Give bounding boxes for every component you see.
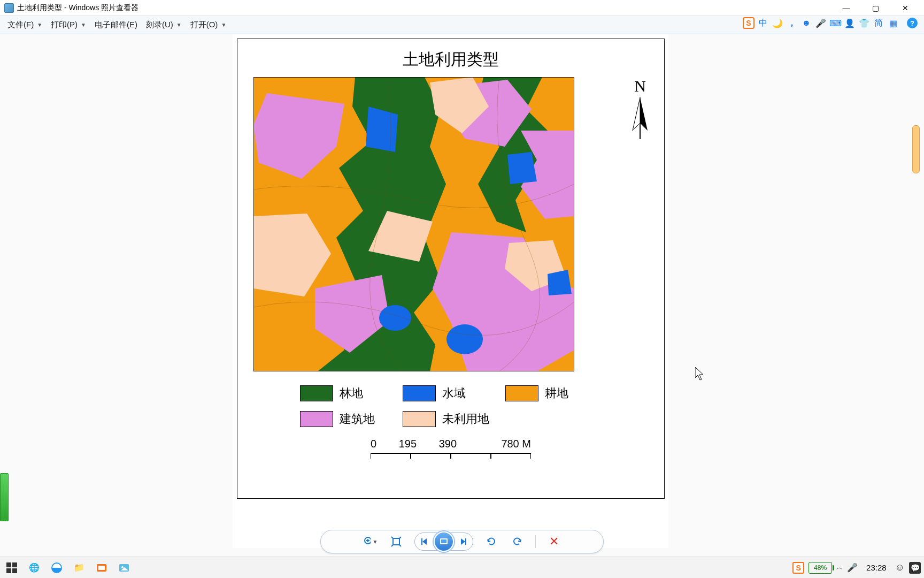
notification-center-icon[interactable]: 💬 <box>909 562 921 574</box>
clock[interactable]: 23:28 <box>866 563 887 572</box>
svg-rect-27 <box>6 568 11 573</box>
svg-marker-18 <box>422 538 427 545</box>
menu-email[interactable]: 电子邮件(E) <box>91 19 141 31</box>
legend-label: 水域 <box>442 385 466 401</box>
fit-button[interactable] <box>389 534 404 549</box>
menu-open[interactable]: 打开(O)▼ <box>187 19 230 31</box>
legend-label: 林地 <box>340 385 363 401</box>
svg-rect-26 <box>12 562 17 567</box>
zoom-button[interactable]: ▼ <box>363 534 378 549</box>
skin-icon[interactable]: 👕 <box>858 17 870 29</box>
ime-jian-icon[interactable]: 简 <box>873 17 884 29</box>
punct-icon[interactable]: ， <box>786 17 798 29</box>
help-icon[interactable]: ? <box>907 18 918 28</box>
swatch-water <box>403 385 436 401</box>
menu-file-label: 文件(F) <box>7 20 34 30</box>
battery-label: 48% <box>814 564 827 572</box>
menu-print[interactable]: 打印(P)▼ <box>48 19 89 31</box>
scale-tick: 195 <box>399 438 417 450</box>
legend-item-water: 水域 <box>403 385 499 401</box>
svg-rect-19 <box>421 538 422 545</box>
prev-button[interactable] <box>419 534 430 549</box>
delete-button[interactable]: ✕ <box>546 534 561 549</box>
photo-viewer-content: 土地利用类型 <box>0 34 924 557</box>
svg-rect-25 <box>6 562 11 567</box>
tray-mic-icon[interactable]: 🎤 <box>847 562 858 573</box>
dropdown-arrow-icon: ▼ <box>373 539 378 545</box>
svg-rect-31 <box>98 566 105 570</box>
system-tray: S 48% ︿ 🎤 23:28 ☺ 💬 <box>792 562 921 574</box>
scale-tick: 0 <box>371 438 376 450</box>
tray-chevron-up-icon[interactable]: ︿ <box>836 563 843 572</box>
menu-burn-label: 刻录(U) <box>146 20 173 30</box>
north-arrow: N <box>629 77 651 141</box>
svg-point-2 <box>446 324 483 354</box>
map-title: 土地利用类型 <box>403 49 499 71</box>
mouse-cursor-icon <box>695 367 706 381</box>
mic-icon[interactable]: 🎤 <box>815 17 827 29</box>
next-button[interactable] <box>458 534 468 549</box>
dropdown-arrow-icon: ▼ <box>221 22 226 28</box>
slideshow-button[interactable] <box>434 531 454 552</box>
keyboard-icon[interactable]: ⌨ <box>829 17 841 29</box>
menu-file[interactable]: 文件(F)▼ <box>4 19 45 31</box>
scale-tick: 390 <box>439 438 457 450</box>
svg-rect-28 <box>12 568 17 573</box>
legend-label: 建筑地 <box>340 411 375 427</box>
legend-item-forest: 林地 <box>300 385 396 401</box>
dropdown-arrow-icon: ▼ <box>37 22 42 28</box>
face-icon[interactable]: ☻ <box>800 17 812 29</box>
left-strip <box>0 473 9 521</box>
titlebar: 土地利用类型 - Windows 照片查看器 — ▢ ✕ <box>0 0 924 16</box>
taskbar-photos-icon[interactable] <box>116 559 133 576</box>
legend-item-cropland: 耕地 <box>505 385 602 401</box>
svg-rect-21 <box>441 539 446 543</box>
svg-point-33 <box>121 566 124 568</box>
taskbar-edge-icon[interactable] <box>48 559 65 576</box>
maximize-button[interactable]: ▢ <box>861 1 890 16</box>
rotate-ccw-button[interactable] <box>484 534 499 549</box>
start-button[interactable] <box>3 559 20 576</box>
map-legend: 林地 水域 耕地 建筑地 未利用地 <box>300 385 602 427</box>
legend-label: 耕地 <box>545 385 568 401</box>
photo-surface: 土地利用类型 <box>233 34 668 548</box>
rotate-cw-button[interactable] <box>510 534 525 549</box>
ime-tray: S 中 🌙 ， ☻ 🎤 ⌨ 👤 👕 简 ▦ ? <box>743 17 918 29</box>
svg-rect-23 <box>465 538 466 545</box>
north-label: N <box>629 77 651 95</box>
svg-marker-24 <box>695 367 703 380</box>
photo-viewer-window: 土地利用类型 - Windows 照片查看器 — ▢ ✕ 文件(F)▼ 打印(P… <box>0 0 924 557</box>
menu-open-label: 打开(O) <box>190 20 218 30</box>
grid-icon[interactable]: ▦ <box>887 17 899 29</box>
legend-item-builtup: 建筑地 <box>300 411 396 427</box>
dropdown-arrow-icon: ▼ <box>176 22 182 28</box>
minimize-button[interactable]: — <box>831 1 861 16</box>
sogou-ime-icon[interactable]: S <box>743 17 754 29</box>
menu-burn[interactable]: 刻录(U)▼ <box>143 19 185 31</box>
taskbar-globe-icon[interactable]: 🌐 <box>26 559 43 576</box>
battery-icon[interactable]: 48% <box>808 562 832 574</box>
user-icon[interactable]: 👤 <box>844 17 856 29</box>
scale-bar: 0 195 390 780 M <box>371 438 531 464</box>
right-scroll-handle[interactable] <box>912 125 920 173</box>
swatch-builtup <box>300 411 333 427</box>
separator <box>535 535 536 548</box>
tray-chat-icon[interactable]: ☺ <box>895 562 905 573</box>
swatch-unused <box>403 411 436 427</box>
moon-icon[interactable]: 🌙 <box>772 17 783 29</box>
photo-toolbar: ▼ ✕ <box>320 530 604 553</box>
swatch-forest <box>300 385 333 401</box>
north-arrow-icon <box>629 97 651 139</box>
menu-email-label: 电子邮件(E) <box>95 20 137 30</box>
app-icon <box>4 3 14 13</box>
legend-item-unused: 未利用地 <box>403 411 499 427</box>
ime-cn-icon[interactable]: 中 <box>757 17 769 29</box>
taskbar-explorer-icon[interactable]: 📁 <box>71 559 88 576</box>
nav-pill <box>414 533 473 551</box>
close-button[interactable]: ✕ <box>890 1 920 16</box>
taskbar-app-icon[interactable] <box>93 559 110 576</box>
taskbar[interactable]: 🌐 📁 S 48% ︿ 🎤 23:28 ☺ 💬 <box>0 557 924 578</box>
tray-sogou-icon[interactable]: S <box>792 562 804 574</box>
menubar: 文件(F)▼ 打印(P)▼ 电子邮件(E) 刻录(U)▼ 打开(O)▼ S 中 … <box>0 16 924 34</box>
svg-marker-22 <box>461 538 465 545</box>
